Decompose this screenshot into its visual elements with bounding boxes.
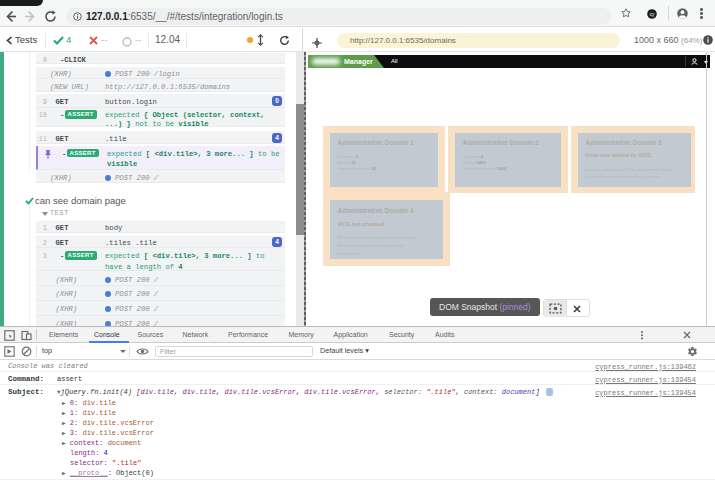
svg-text:cy: cy [650, 11, 655, 16]
